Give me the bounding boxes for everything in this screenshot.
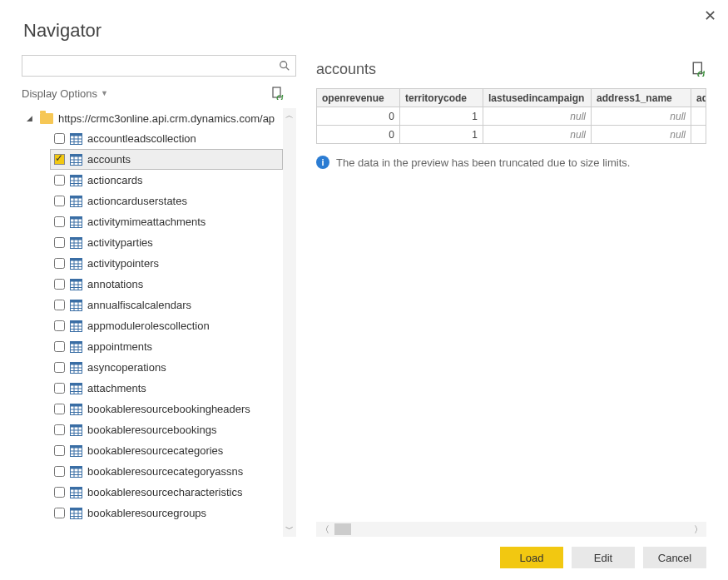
tree-item-label: annualfiscalcalendars [87, 299, 191, 311]
tree-item-checkbox[interactable] [54, 237, 65, 248]
edit-button[interactable]: Edit [572, 547, 635, 568]
tree-item-checkbox[interactable] [54, 424, 65, 435]
search-row [22, 55, 296, 77]
svg-rect-46 [71, 279, 82, 281]
tree-item-label: appmodulerolescollection [87, 320, 210, 332]
tree-source-row[interactable]: ◢ https://crmc3online.api.crm.dynamics.c… [25, 108, 283, 128]
column-header[interactable]: openrevenue [317, 89, 400, 107]
preview-title: accounts [316, 61, 376, 78]
tree-item-label: asyncoperations [87, 361, 166, 374]
table-icon [70, 133, 82, 145]
tree-scrollbar[interactable]: ︿ ﹀ [283, 108, 296, 537]
tree-item[interactable]: activityparties [50, 232, 283, 253]
svg-rect-106 [71, 487, 82, 489]
table-icon [70, 404, 82, 415]
search-input[interactable] [22, 56, 274, 76]
tree-item[interactable]: appmodulerolescollection [50, 315, 283, 336]
scroll-left-icon[interactable]: 〈 [316, 523, 333, 536]
tree-item[interactable]: bookableresourcebookingheaders [50, 399, 283, 419]
tree-item[interactable]: accountleadscollection [50, 128, 283, 149]
table-icon [70, 466, 82, 478]
dialog-title: Navigator [0, 0, 728, 42]
svg-rect-52 [71, 300, 82, 302]
preview-refresh-icon[interactable] [691, 62, 706, 77]
tree-item-checkbox[interactable] [54, 362, 65, 373]
display-options-dropdown[interactable]: Display Options ▼ [22, 87, 108, 100]
svg-rect-88 [71, 424, 82, 427]
scroll-thumb[interactable] [334, 523, 351, 535]
tree-item[interactable]: accounts [50, 149, 283, 170]
table-icon [70, 279, 82, 290]
preview-hscrollbar[interactable]: 〈 〉 [316, 522, 706, 537]
close-button[interactable]: ✕ [704, 7, 716, 25]
table-icon [70, 154, 82, 166]
tree-item[interactable]: annotations [50, 274, 283, 295]
tree-item[interactable]: actioncarduserstates [50, 191, 283, 211]
tree-item-checkbox[interactable] [54, 300, 65, 310]
svg-rect-58 [71, 320, 82, 323]
svg-rect-28 [71, 216, 82, 219]
tree-item-label: bookableresourcecategoryassns [87, 465, 243, 478]
tree-item-checkbox[interactable] [54, 383, 65, 394]
tree-item[interactable]: bookableresourcegroups [50, 503, 283, 523]
table-icon [70, 175, 82, 186]
load-button[interactable]: Load [500, 547, 563, 568]
preview-pane: accounts openrevenueterritorycodelastuse… [316, 55, 706, 537]
scroll-up-icon[interactable]: ︿ [283, 108, 296, 123]
table-icon [70, 424, 82, 436]
table-row[interactable]: 01nullnull [317, 107, 706, 126]
tree-item-checkbox[interactable] [54, 216, 65, 227]
tree-item-checkbox[interactable] [54, 154, 65, 165]
scroll-right-icon[interactable]: 〉 [690, 523, 706, 536]
column-header[interactable]: lastusedincampaign [483, 89, 592, 107]
svg-rect-76 [71, 383, 82, 385]
tree-item-checkbox[interactable] [54, 175, 65, 186]
svg-rect-16 [71, 175, 82, 177]
tree-item[interactable]: bookableresourcebookings [50, 419, 283, 440]
column-header[interactable]: territorycode [400, 89, 483, 107]
svg-rect-82 [71, 404, 82, 406]
column-header[interactable]: address1_name [592, 89, 691, 107]
tree-item[interactable]: appointments [50, 336, 283, 357]
table-icon [70, 258, 82, 270]
tree-item-label: annotations [87, 278, 143, 290]
tree-item-checkbox[interactable] [54, 320, 65, 331]
tree-item-checkbox[interactable] [54, 196, 65, 206]
tree-item[interactable]: annualfiscalcalendars [50, 295, 283, 315]
tree-item[interactable]: activitypointers [50, 253, 283, 274]
refresh-icon[interactable] [271, 87, 285, 100]
tree-item-label: attachments [87, 382, 146, 394]
tree-item-label: activitymimeattachments [87, 216, 206, 228]
tree-item-label: bookableresourcegroups [87, 507, 206, 519]
tree-item[interactable]: actioncards [50, 170, 283, 191]
tree-item-label: bookableresourcebookings [87, 424, 216, 436]
display-options-label: Display Options [22, 87, 97, 100]
tree-item[interactable]: activitymimeattachments [50, 211, 283, 232]
column-header[interactable]: address1_ [691, 89, 706, 107]
table-cell: 1 [400, 126, 483, 144]
search-icon[interactable] [274, 56, 295, 76]
cancel-button[interactable]: Cancel [643, 547, 706, 568]
tree-item-checkbox[interactable] [54, 341, 65, 352]
tree-item-checkbox[interactable] [54, 258, 65, 269]
tree-item[interactable]: attachments [50, 378, 283, 399]
chevron-down-icon: ▼ [101, 89, 108, 97]
tree-item-label: actioncards [87, 174, 142, 186]
tree-item[interactable]: bookableresourcecategoryassns [50, 461, 283, 482]
tree-item-checkbox[interactable] [54, 133, 65, 144]
tree-item-checkbox[interactable] [54, 508, 65, 518]
tree-item-checkbox[interactable] [54, 487, 65, 498]
info-message-text: The data in the preview has been truncat… [336, 156, 630, 169]
tree-item[interactable]: asyncoperations [50, 357, 283, 378]
tree-item-checkbox[interactable] [54, 279, 65, 290]
tree-item-checkbox[interactable] [54, 445, 65, 456]
tree-item-checkbox[interactable] [54, 466, 65, 477]
table-icon [70, 487, 82, 498]
tree-item-checkbox[interactable] [54, 404, 65, 414]
scroll-down-icon[interactable]: ﹀ [283, 522, 296, 537]
table-icon [70, 383, 82, 394]
collapse-icon[interactable]: ◢ [27, 114, 35, 122]
tree-item[interactable]: bookableresourcecharacteristics [50, 482, 283, 503]
tree-item[interactable]: bookableresourcecategories [50, 440, 283, 461]
table-row[interactable]: 01nullnull [317, 126, 706, 144]
